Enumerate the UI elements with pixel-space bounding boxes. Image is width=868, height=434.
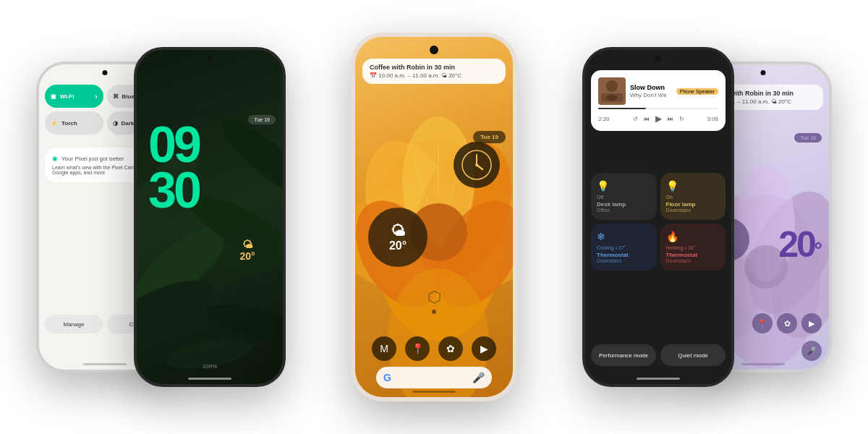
big-clock-hours: 09 [148, 122, 199, 168]
camera-punch-center [430, 46, 438, 54]
right-date-badge: Tue 19 [794, 133, 822, 142]
right-date-text: Tue 19 [800, 135, 816, 140]
qs-tile-torch[interactable]: ⚡ Torch [45, 111, 103, 135]
floor-lamp-state: On [666, 195, 720, 200]
fingerprint-icon: ⬡ [427, 288, 441, 307]
center-notif-sub: 📅 10.00 a.m. – 11.00 a.m. 🌤 20°C [370, 72, 498, 79]
speaker-badge: Phone Speaker [676, 88, 718, 95]
svg-point-24 [606, 80, 618, 92]
right-dock-fan[interactable]: ✿ [777, 313, 797, 333]
dock-icon-messages[interactable]: M [372, 336, 396, 361]
smart-tile-thermostat-cool[interactable]: ❄ Cooling • 27° Thermostat Downstairs [591, 224, 657, 271]
center-notification: Coffee with Robin in 30 min 📅 10.00 a.m.… [362, 59, 506, 84]
dark-weather-temp: 20° [239, 250, 255, 262]
phone-center: 09:30 5G 📶 Coffee with Robin in 30 min 📅… [351, 33, 517, 401]
wifi-icon: ▣ [51, 93, 56, 100]
center-dock: M 📍 ✿ ▶ [372, 336, 496, 361]
center-weather-icon: 🌤 [391, 223, 405, 239]
qs-torch-label: Torch [61, 120, 77, 127]
center-weather-widget: 🌤 20° [368, 208, 427, 267]
home-bar-left-light [83, 363, 127, 365]
performance-mode-button[interactable]: Performance mode [591, 344, 656, 366]
smart-home-tiles: 💡 Off Desk lamp Office 💡 On Floor lamp D… [591, 173, 726, 271]
music-notification: Slow Down Why Don't We Phone Speaker 2:2… [591, 70, 726, 131]
dark-date-text: Tue 19 [254, 117, 270, 122]
battery-text: 100% [203, 363, 217, 370]
replay-button[interactable]: ↺ [633, 116, 638, 122]
center-notif-title: Coffee with Robin in 30 min [370, 64, 498, 71]
torch-icon: ⚡ [51, 120, 58, 127]
dock-icon-maps[interactable]: 📍 [405, 336, 430, 361]
forward-button[interactable]: ↻ [679, 116, 684, 122]
bluetooth-icon: ⌘ [113, 93, 119, 100]
heat-thermostat-state: Heating • 16° [666, 245, 720, 250]
center-weather-temp: 20° [389, 239, 407, 252]
home-bar-right-dark [637, 378, 680, 380]
camera-punch-left-light [103, 70, 108, 75]
phone-left-dark: 09:30 5G 📶 09 30 Tue 19 🌤 20° 100% [134, 47, 286, 387]
prev-button[interactable]: ⏮ [644, 116, 650, 122]
maps-icon: 📍 [412, 343, 424, 354]
time-start: 2:20 [598, 116, 610, 122]
desk-lamp-state: Off [597, 195, 651, 200]
smart-tile-floor-lamp[interactable]: 💡 On Floor lamp Downstairs [660, 173, 726, 220]
desk-lamp-name: Desk lamp [597, 201, 651, 208]
dark-theme-icon: ◑ [113, 120, 118, 127]
notif-app-name: Your Pixel just got better [61, 156, 124, 162]
home-bar-center [412, 391, 456, 393]
smart-tile-desk-lamp[interactable]: 💡 Off Desk lamp Office [591, 173, 657, 220]
camera-punch-right-dark [656, 56, 661, 61]
notif-app-icon: ◉ [52, 155, 58, 162]
dot-indicator [432, 310, 436, 314]
track-title: Slow Down [630, 84, 667, 91]
cool-thermostat-name: Thermostat [597, 252, 651, 258]
cool-thermostat-sub: Downstairs [597, 258, 651, 263]
quiet-mode-button[interactable]: Quiet mode [660, 344, 726, 366]
center-clock-widget [454, 142, 500, 188]
mic-icon-center[interactable]: 🎤 [472, 372, 485, 383]
right-dock-youtube[interactable]: ▶ [801, 313, 822, 333]
heat-thermostat-sub: Downstairs [666, 258, 720, 263]
track-details: Slow Down Why Don't We [630, 84, 667, 98]
cooling-icon: ❄ [597, 231, 651, 242]
dark-weather-widget: 🌤 20° [222, 225, 273, 276]
qs-wifi-arrow: › [95, 93, 97, 101]
track-info: Slow Down Why Don't We Phone Speaker [598, 77, 718, 105]
heat-thermostat-name: Thermostat [666, 252, 720, 258]
youtube-icon: ▶ [480, 343, 488, 354]
google-search-bar[interactable]: G 🎤 [376, 367, 492, 388]
time-end: 3:08 [707, 116, 718, 122]
battery-label: 100% [203, 363, 217, 370]
phone-right-dark: Tues, 19 Oct ⚙ Slow Down Why Don't We [582, 47, 734, 387]
progress-fill [598, 108, 646, 109]
svg-point-26 [606, 95, 618, 101]
right-mic-button[interactable]: 🎤 [801, 341, 822, 361]
heating-icon: 🔥 [666, 231, 720, 242]
camera-punch-right-light [761, 70, 766, 75]
camera-punch-left-dark [208, 56, 213, 61]
home-bar-right-light [741, 363, 785, 365]
messages-icon: M [380, 343, 388, 354]
lamp-on-icon: 💡 [666, 180, 720, 192]
dock-icon-music[interactable]: ✿ [438, 336, 463, 361]
right-big-num: 20 [778, 224, 814, 265]
lamp-off-icon: 💡 [597, 180, 651, 192]
manage-button[interactable]: Manage [45, 315, 103, 333]
dock-icon-youtube[interactable]: ▶ [472, 336, 496, 361]
next-button[interactable]: ⏭ [668, 116, 673, 122]
right-dock-maps[interactable]: 📍 [752, 313, 773, 333]
google-g-logo: G [383, 372, 391, 383]
floor-lamp-name: Floor lamp [666, 201, 720, 208]
qs-tile-wifi[interactable]: ▣ Wi-Fi › [45, 85, 103, 108]
svg-point-22 [475, 163, 478, 166]
right-degree-symbol: ° [814, 239, 820, 261]
play-button[interactable]: ▶ [655, 114, 662, 124]
track-artist: Why Don't We [630, 92, 667, 98]
clock-face-svg [461, 149, 493, 181]
dark-date-badge: Tue 19 [248, 115, 276, 124]
smart-tile-thermostat-heat[interactable]: 🔥 Heating • 16° Thermostat Downstairs [660, 224, 726, 271]
qs-wifi-label: Wi-Fi [60, 93, 74, 100]
right-big-display: 20° [778, 229, 820, 261]
play-controls: ↺ ⏮ ▶ ⏭ ↻ [614, 114, 703, 124]
home-bar-left-dark [188, 378, 231, 380]
